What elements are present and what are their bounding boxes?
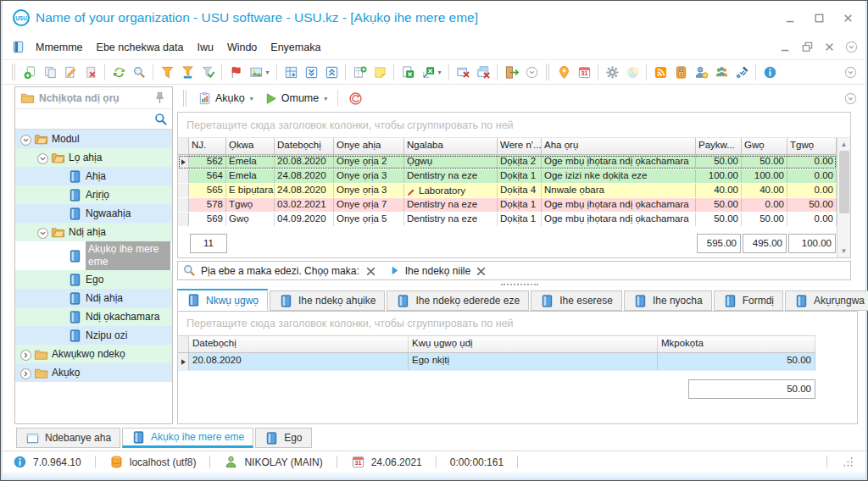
resize-grip-icon[interactable] [841, 455, 855, 469]
payments-row[interactable]: 20.08.2020Ego nkịtị50.00 [178, 353, 815, 371]
users-icon[interactable] [711, 62, 732, 82]
menu-item-enyemaka[interactable]: Enyemaka [264, 38, 327, 57]
column-header-kw-gw-d[interactable]: Kwụ ụgwọ ụdị [409, 336, 658, 352]
actions-menu-button[interactable]: Omume [260, 90, 331, 108]
tab-nkw-gw[interactable]: Nkwụ ụgwọ [177, 289, 268, 311]
collapse-node-icon[interactable] [36, 152, 48, 164]
filter-scope-clear-icon[interactable] [474, 264, 487, 277]
tree-item-ar-r[interactable]: Arịrịọ [15, 185, 172, 204]
tab-formd[interactable]: Formdị [714, 290, 783, 311]
collapse-node-icon[interactable] [36, 226, 48, 239]
mdi-window-list-button[interactable] [843, 40, 859, 55]
add-record-icon[interactable] [19, 62, 40, 82]
grid-toolbar-overflow-button[interactable] [840, 88, 860, 108]
delete-record-icon[interactable] [81, 62, 101, 82]
column-header-paykw[interactable]: Paykw... [696, 138, 742, 154]
table-row[interactable]: 562Emela20.08.2020Onye ọrịa 2ỌgwụDọkịta … [178, 155, 837, 169]
scroll-up-arrow-icon[interactable]: ▲ [838, 139, 849, 150]
refresh-icon[interactable] [108, 62, 129, 82]
edit-record-icon[interactable] [60, 62, 81, 82]
tree-item-nd-kachamara[interactable]: Ndị ọkachamara [15, 307, 172, 326]
table-row[interactable]: 565E bipụtara24.08.2020Onye ọrịa 3 Labor… [178, 184, 837, 198]
menu-item-ebe-nchekwa-data[interactable]: Ebe nchekwa data [90, 38, 191, 57]
window-tab-ak-k-ihe-mere-eme[interactable]: Akụkọ ihe mere eme [122, 428, 253, 448]
scroll-thumb[interactable] [839, 151, 849, 213]
info-icon[interactable] [760, 62, 780, 82]
column-header-nj[interactable]: NJ. [189, 138, 226, 154]
excel-import-icon[interactable] [418, 62, 445, 82]
user-permissions-icon[interactable] [691, 62, 711, 82]
calendar-icon[interactable]: 31 [574, 62, 594, 82]
undo-button[interactable] [345, 88, 365, 108]
pin-icon[interactable] [153, 91, 167, 105]
colors-icon[interactable] [622, 62, 643, 82]
tree-item-modul[interactable]: Modul [15, 130, 172, 148]
expand-node-icon[interactable] [19, 367, 31, 379]
column-header-dateb-ch[interactable]: Datebọchị [275, 138, 334, 154]
column-header-onye-ah-a[interactable]: Onye ahịa [334, 138, 404, 154]
tree-item-ah-a[interactable]: Ahịa [15, 167, 172, 185]
grid-expand-icon[interactable] [281, 62, 301, 82]
mdi-minimize-button[interactable] [777, 40, 793, 55]
tree-item-ngwaah-a[interactable]: Ngwaahịa [15, 204, 172, 223]
window-tab-ndebanye-aha[interactable]: Ndebanye aha [16, 428, 120, 448]
tree-item-l-ah-a[interactable]: Lọ ahịa [15, 148, 172, 167]
filter-stamp-icon[interactable] [177, 62, 198, 82]
expand-node-icon[interactable] [19, 348, 31, 361]
filter-scope-label[interactable]: Ihe ndekọ niile [405, 265, 470, 277]
location-icon[interactable] [554, 62, 574, 82]
copy-record-icon[interactable] [40, 62, 60, 82]
table-row[interactable]: 564Emela24.08.2020Onye ọrịa 3Dentistry n… [178, 169, 837, 184]
column-header-mkpok-ta[interactable]: Mkpokọta [658, 336, 815, 352]
tree-item-ak-k[interactable]: Akụkọ [15, 363, 172, 382]
close-all-windows-icon[interactable] [473, 62, 493, 82]
maximize-button[interactable] [811, 10, 826, 25]
settings-icon[interactable] [602, 62, 622, 82]
plugin-icon[interactable] [732, 62, 752, 82]
exit-icon[interactable] [501, 62, 521, 82]
column-header-were-n[interactable]: Were n'... [498, 138, 542, 154]
image-icon[interactable] [246, 62, 273, 82]
window-tab-ego[interactable]: Ego [255, 428, 311, 448]
column-header-dateb-ch[interactable]: Datebọchị [189, 336, 409, 352]
filter-bar[interactable]: Pịa ebe a maka edezi. Chọọ maka: Ihe nde… [177, 261, 851, 280]
close-button[interactable] [840, 10, 855, 25]
chevron-circle-icon[interactable] [521, 62, 542, 82]
tree-item-nd-ah-a[interactable]: Ndị ahịa [15, 223, 172, 241]
reports-menu-button[interactable]: Akụkọ [194, 90, 257, 108]
tree-item-nzipu-ozi[interactable]: Nzipu ozi [15, 326, 172, 345]
column-header-tgw[interactable]: Tgwọ [787, 138, 837, 154]
tab-ihe-nyocha[interactable]: Ihe nyocha [624, 290, 712, 311]
column-header-kwa[interactable]: Ọkwa [226, 138, 275, 154]
close-window-icon[interactable] [453, 62, 473, 82]
filter-icon[interactable] [157, 62, 177, 82]
filter-check-icon[interactable] [198, 62, 218, 82]
rss-icon[interactable] [650, 62, 670, 82]
detail-group-by-panel[interactable]: Перетащите сюда заголовок колонки, чтобы… [178, 312, 857, 335]
note-icon[interactable] [370, 62, 390, 82]
menu-item-iwu[interactable]: Iwu [190, 38, 220, 57]
mdi-restore-button[interactable] [799, 40, 815, 55]
tree-item-nd-ah-a[interactable]: Ndị ahịa [15, 289, 172, 307]
pane-splitter[interactable] [177, 280, 862, 288]
table-row[interactable]: 569Gwọ04.09.2020Onye ọrịa 5Dentistry na … [178, 213, 837, 227]
tree-item-akw-kw-ndek[interactable]: Akwụkwọ ndekọ [15, 345, 172, 363]
group-by-panel[interactable]: Перетащите сюда заголовок колонки, чтобы… [178, 113, 850, 138]
tab-ihe-ndek-ah-ike[interactable]: Ihe ndekọ ahụike [270, 290, 385, 311]
tab-ihe-ndek-ederede-eze[interactable]: Ihe ndekọ ederede eze [387, 290, 529, 311]
column-header-ngalaba[interactable]: Ngalaba [404, 138, 498, 154]
table-row[interactable]: 578Tgwọ03.02.2021Onye ọrịa 7Dentistry na… [178, 198, 837, 213]
excel-export-icon[interactable] [398, 62, 418, 82]
filter-scope-arrow-icon[interactable] [387, 263, 402, 278]
toolbar-overflow-button[interactable] [840, 62, 860, 82]
filter-hint[interactable]: Pịa ebe a maka edezi. Chọọ maka: [201, 265, 359, 277]
search-icon[interactable] [129, 62, 149, 82]
flag-icon[interactable] [225, 62, 246, 82]
sidebar-search-input[interactable] [19, 113, 153, 126]
tab-ihe-eserese[interactable]: Ihe eserese [531, 290, 622, 311]
tree-item-ak-k-ihe-mere-eme[interactable]: Akụkọ ihe mere eme [15, 241, 172, 270]
expand-all-icon[interactable] [321, 62, 342, 82]
menu-item-windo[interactable]: Windo [220, 38, 264, 57]
tab-ak-r-ngwa[interactable]: Akụrụngwa [785, 290, 868, 311]
collapse-node-icon[interactable] [19, 133, 31, 146]
